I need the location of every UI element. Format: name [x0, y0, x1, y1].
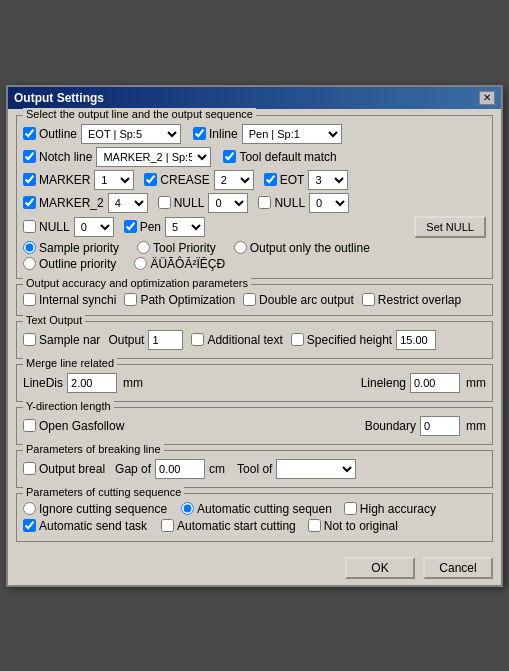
- outline-priority-label[interactable]: Outline priority: [23, 257, 116, 271]
- accuracy-row: Internal synchi Path Optimization Double…: [23, 293, 486, 307]
- internal-synchi-checkbox[interactable]: [23, 293, 36, 306]
- open-gasfollow-checkbox[interactable]: [23, 419, 36, 432]
- inline-checkbox[interactable]: [193, 127, 206, 140]
- breaking-line-row: Output breal Gap of cm Tool of Tool1: [23, 459, 486, 479]
- output-breal-checkbox[interactable]: [23, 462, 36, 475]
- specified-height-checkbox[interactable]: [291, 333, 304, 346]
- marker-checkbox[interactable]: [23, 173, 36, 186]
- crease-checkbox[interactable]: [144, 173, 157, 186]
- null1-select[interactable]: 0: [208, 193, 248, 213]
- null3-checkbox[interactable]: [23, 220, 36, 233]
- open-gasfollow-label[interactable]: Open Gasfollow: [23, 419, 124, 433]
- outline-label[interactable]: Outline: [23, 127, 77, 141]
- automatic-cutting-label[interactable]: Automatic cutting sequen: [181, 502, 332, 516]
- output-line-title: Select the output line and the output se…: [23, 108, 256, 120]
- marker-label[interactable]: MARKER: [23, 173, 90, 187]
- outline-only-radio[interactable]: [234, 241, 247, 254]
- tool-priority-label[interactable]: Tool Priority: [137, 241, 216, 255]
- eot-checkbox[interactable]: [264, 173, 277, 186]
- internal-synchi-label[interactable]: Internal synchi: [23, 293, 116, 307]
- sample-priority-radio[interactable]: [23, 241, 36, 254]
- marker2-label[interactable]: MARKER_2: [23, 196, 104, 210]
- linedis-input[interactable]: [67, 373, 117, 393]
- sample-name-label[interactable]: Sample nar: [23, 333, 100, 347]
- gap-input[interactable]: [155, 459, 205, 479]
- automatic-cutting-radio[interactable]: [181, 502, 194, 515]
- specified-height-label[interactable]: Specified height: [291, 333, 392, 347]
- pen-select[interactable]: 5: [165, 217, 205, 237]
- outline-checkbox[interactable]: [23, 127, 36, 140]
- tool-default-checkbox[interactable]: [223, 150, 236, 163]
- cutting-sequence-group: Parameters of cutting sequence Ignore cu…: [16, 493, 493, 542]
- null2-label[interactable]: NULL: [258, 196, 305, 210]
- path-optimization-label[interactable]: Path Optimization: [124, 293, 235, 307]
- notch-label[interactable]: Notch line: [23, 150, 92, 164]
- high-accuracy-label[interactable]: High accuracy: [344, 502, 436, 516]
- lineleng-input[interactable]: [410, 373, 460, 393]
- special-chars-label[interactable]: ÄÜÃÔĀ²ÏĒÇÐ: [134, 257, 225, 271]
- additional-text-label[interactable]: Additional text: [191, 333, 282, 347]
- specified-height-input[interactable]: [396, 330, 436, 350]
- restrict-overlap-checkbox[interactable]: [362, 293, 375, 306]
- output-input[interactable]: [148, 330, 183, 350]
- null3-label[interactable]: NULL: [23, 220, 70, 234]
- additional-text-checkbox[interactable]: [191, 333, 204, 346]
- output-breal-label[interactable]: Output breal: [23, 462, 105, 476]
- auto-start-cutting-label[interactable]: Automatic start cutting: [161, 519, 296, 533]
- tool-default-label[interactable]: Tool default match: [223, 150, 336, 164]
- null1-label[interactable]: NULL: [158, 196, 205, 210]
- set-null-button[interactable]: Set NULL: [414, 216, 486, 238]
- path-optimization-checkbox[interactable]: [124, 293, 137, 306]
- marker-select[interactable]: 1: [94, 170, 134, 190]
- notch-select[interactable]: MARKER_2 | Sp:5: [96, 147, 211, 167]
- crease-label[interactable]: CREASE: [144, 173, 209, 187]
- marker2-select[interactable]: 4: [108, 193, 148, 213]
- ignore-cutting-radio[interactable]: [23, 502, 36, 515]
- not-to-original-label[interactable]: Not to original: [308, 519, 398, 533]
- outline-only-label[interactable]: Output only the outline: [234, 241, 370, 255]
- eot-label[interactable]: EOT: [264, 173, 305, 187]
- inline-select[interactable]: Pen | Sp:1: [242, 124, 342, 144]
- null3-select[interactable]: 0: [74, 217, 114, 237]
- tool-of-select[interactable]: Tool1: [276, 459, 356, 479]
- y-direction-title: Y-direction length: [23, 400, 114, 412]
- inline-label[interactable]: Inline: [193, 127, 238, 141]
- close-button[interactable]: ✕: [479, 91, 495, 105]
- ok-button[interactable]: OK: [345, 557, 415, 579]
- null-pen-row: NULL 0 Pen 5 Set NULL: [23, 216, 486, 238]
- outline-priority-radio[interactable]: [23, 257, 36, 270]
- outline-select[interactable]: EOT | Sp:5: [81, 124, 181, 144]
- crease-select[interactable]: 2: [214, 170, 254, 190]
- high-accuracy-checkbox[interactable]: [344, 502, 357, 515]
- double-arc-label[interactable]: Double arc output: [243, 293, 354, 307]
- cutting-row2: Automatic send task Automatic start cutt…: [23, 519, 486, 533]
- sample-name-checkbox[interactable]: [23, 333, 36, 346]
- cutting-sequence-title: Parameters of cutting sequence: [23, 486, 184, 498]
- auto-start-cutting-checkbox[interactable]: [161, 519, 174, 532]
- null2-select[interactable]: 0: [309, 193, 349, 213]
- text-output-row: Sample nar Output Additional text Specif…: [23, 330, 486, 350]
- boundary-input[interactable]: [420, 416, 460, 436]
- double-arc-checkbox[interactable]: [243, 293, 256, 306]
- output-settings-dialog: Output Settings ✕ Select the output line…: [6, 85, 503, 587]
- marker2-checkbox[interactable]: [23, 196, 36, 209]
- pen-label[interactable]: Pen: [124, 220, 161, 234]
- special-chars-radio[interactable]: [134, 257, 147, 270]
- auto-send-task-label[interactable]: Automatic send task: [23, 519, 147, 533]
- y-direction-row: Open Gasfollow Boundary mm: [23, 416, 486, 436]
- ignore-cutting-label[interactable]: Ignore cutting sequence: [23, 502, 167, 516]
- accuracy-title: Output accuracy and optimization paramet…: [23, 277, 251, 289]
- not-to-original-checkbox[interactable]: [308, 519, 321, 532]
- notch-checkbox[interactable]: [23, 150, 36, 163]
- tool-priority-radio[interactable]: [137, 241, 150, 254]
- auto-send-task-checkbox[interactable]: [23, 519, 36, 532]
- eot-select[interactable]: 3: [308, 170, 348, 190]
- restrict-overlap-label[interactable]: Restrict overlap: [362, 293, 461, 307]
- pen-checkbox[interactable]: [124, 220, 137, 233]
- null2-checkbox[interactable]: [258, 196, 271, 209]
- sample-priority-label[interactable]: Sample priority: [23, 241, 119, 255]
- marker2-null-row: MARKER_2 4 NULL 0 NULL 0: [23, 193, 486, 213]
- cancel-button[interactable]: Cancel: [423, 557, 493, 579]
- null1-checkbox[interactable]: [158, 196, 171, 209]
- dialog-body: Select the output line and the output se…: [8, 109, 501, 553]
